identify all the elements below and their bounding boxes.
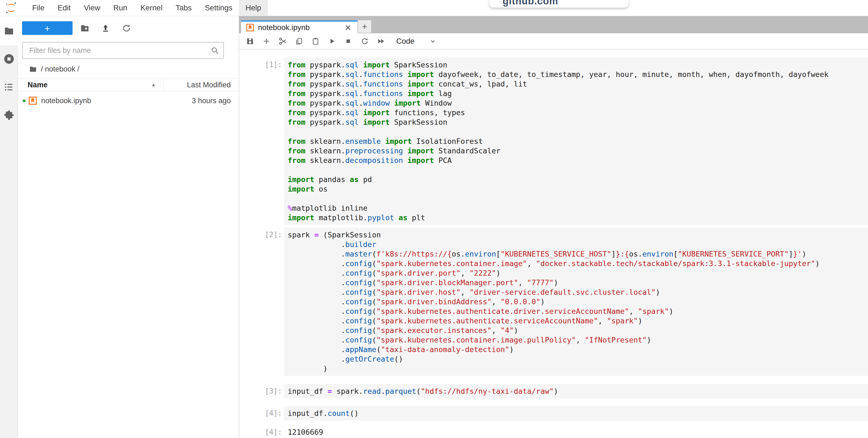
tab-label: notebook.ipynb xyxy=(258,23,345,32)
paste-icon xyxy=(311,37,320,46)
input-prompt: [2]: xyxy=(239,228,284,240)
paste-button[interactable] xyxy=(307,35,324,48)
cell-editor[interactable]: from pyspark.sql import SparkSessionfrom… xyxy=(284,58,868,225)
list-icon xyxy=(4,82,14,92)
tab-notebook[interactable]: notebook.ipynb × xyxy=(241,21,358,33)
menu-kernel[interactable]: Kernel xyxy=(134,0,169,16)
code-cell[interactable]: [4]:input_df.count() xyxy=(239,406,868,420)
file-browser-toolbar: + xyxy=(22,21,239,35)
file-list-header: Name ▲ Last Modified xyxy=(18,79,239,91)
sidebar-tab-extensions[interactable] xyxy=(0,106,18,125)
output-prompt: [4]: xyxy=(239,425,284,437)
plus-icon: + xyxy=(362,21,367,32)
dock-panel: notebook.ipynb × + xyxy=(239,16,868,438)
new-folder-button[interactable] xyxy=(76,21,93,35)
restart-kernel-button[interactable] xyxy=(356,35,373,48)
chevron-down-icon[interactable] xyxy=(429,37,437,45)
restart-icon xyxy=(360,37,369,46)
cell-editor[interactable]: input_df.count() xyxy=(284,406,868,420)
menu-help[interactable]: Help xyxy=(239,0,268,16)
run-button[interactable] xyxy=(324,35,340,48)
run-icon xyxy=(328,37,336,45)
sort-ascending-icon[interactable]: ▲ xyxy=(151,82,156,88)
new-folder-icon xyxy=(80,23,90,33)
column-header-name[interactable]: Name xyxy=(28,81,151,89)
notebook-toolbar: Code xyxy=(239,33,868,49)
upload-icon xyxy=(101,24,110,33)
code-cell[interactable]: [2]:spark = (SparkSession .builder .mast… xyxy=(239,228,868,376)
notebook-tab-icon xyxy=(246,24,254,32)
left-sidebar xyxy=(0,16,18,438)
add-icon xyxy=(262,37,271,46)
kernel-running-dot xyxy=(23,99,26,103)
popup-site-text: github.com xyxy=(490,0,628,7)
puzzle-icon xyxy=(4,110,14,121)
cell-type-dropdown[interactable]: Code xyxy=(396,37,414,46)
file-modified: 3 hours ago xyxy=(192,97,231,105)
upload-button[interactable] xyxy=(97,21,114,35)
add-cell-button[interactable] xyxy=(258,35,275,48)
input-prompt: [3]: xyxy=(239,384,284,396)
filter-files-input[interactable] xyxy=(22,42,224,59)
file-filter xyxy=(22,42,224,59)
dock-tab-bar: notebook.ipynb × + xyxy=(239,16,868,33)
copy-button[interactable] xyxy=(291,35,307,48)
menu-bar: File Edit View Run Kernel Tabs Settings … xyxy=(0,0,868,16)
new-launcher-button[interactable]: + xyxy=(22,21,72,35)
jupyter-logo-icon xyxy=(5,0,18,16)
refresh-button[interactable] xyxy=(118,21,135,35)
column-header-modified[interactable]: Last Modified xyxy=(164,81,231,89)
run-all-button[interactable] xyxy=(373,35,389,48)
menu-file[interactable]: File xyxy=(26,0,51,16)
menu-run[interactable]: Run xyxy=(107,0,134,16)
notebook-content[interactable]: [1]:from pyspark.sql import SparkSession… xyxy=(239,49,868,438)
search-icon xyxy=(210,46,219,55)
new-tab-button[interactable]: + xyxy=(358,20,371,33)
sidebar-tab-toc[interactable] xyxy=(0,78,18,97)
stop-circle-icon xyxy=(3,53,15,65)
breadcrumb-path: / notebook / xyxy=(41,65,80,74)
menu-view[interactable]: View xyxy=(77,0,106,16)
browser-popup: github.com xyxy=(490,0,628,8)
code-cell[interactable]: [3]:input_df = spark.read.parquet("hdfs:… xyxy=(239,384,868,399)
cell-editor[interactable]: input_df = spark.read.parquet("hdfs://hd… xyxy=(284,384,868,399)
cell-editor[interactable]: spark = (SparkSession .builder .master(f… xyxy=(284,228,868,376)
notebook-file-icon xyxy=(28,96,37,105)
save-button[interactable] xyxy=(242,35,258,48)
input-prompt: [4]: xyxy=(239,406,284,418)
sidebar-tab-file-browser[interactable] xyxy=(0,16,18,45)
code-cell[interactable]: [1]:from pyspark.sql import SparkSession… xyxy=(239,58,868,225)
cut-button[interactable] xyxy=(275,35,291,48)
menu-edit[interactable]: Edit xyxy=(51,0,77,16)
output-text[interactable]: 12106669 xyxy=(284,425,868,437)
close-icon[interactable]: × xyxy=(345,24,351,32)
sidebar-tab-running[interactable] xyxy=(0,49,18,68)
menu-tabs[interactable]: Tabs xyxy=(169,0,198,16)
save-icon xyxy=(246,37,254,46)
refresh-icon xyxy=(121,23,131,33)
file-name: notebook.ipynb xyxy=(41,97,192,105)
output-area[interactable]: [4]:12106669 xyxy=(239,425,868,437)
input-prompt: [1]: xyxy=(239,58,284,69)
breadcrumb[interactable]: / notebook / xyxy=(29,64,239,74)
file-browser-panel: + xyxy=(18,16,239,438)
menu-settings[interactable]: Settings xyxy=(198,0,239,16)
cut-icon xyxy=(278,36,287,46)
copy-icon xyxy=(295,37,304,46)
folder-icon xyxy=(4,25,14,36)
fast-forward-icon xyxy=(377,37,385,46)
stop-button[interactable] xyxy=(340,35,356,48)
home-folder-icon[interactable] xyxy=(29,65,37,73)
file-row[interactable]: notebook.ipynb 3 hours ago xyxy=(18,91,239,110)
stop-icon xyxy=(344,37,352,45)
